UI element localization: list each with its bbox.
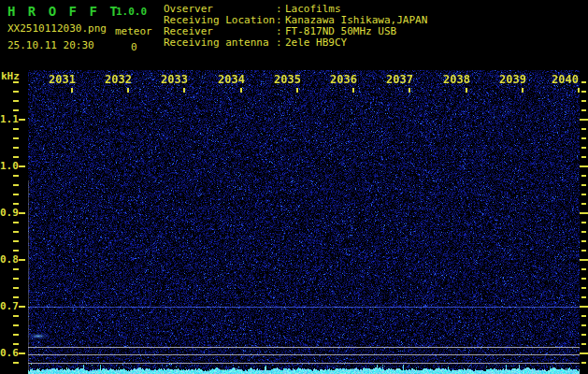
info-label: Receiving antenna <box>164 37 276 49</box>
start-marker-line <box>28 180 29 374</box>
axis-tick <box>13 324 19 326</box>
axis-tick <box>13 296 19 298</box>
calibration-line <box>28 347 580 348</box>
axis-tick <box>581 268 586 270</box>
axis-tick <box>581 324 586 326</box>
axis-tick <box>127 88 129 93</box>
axis-tick <box>581 175 586 177</box>
app-version: 1.0.0 <box>116 6 147 18</box>
axis-tick <box>581 203 586 205</box>
time-axis-label: 2035 <box>269 73 301 86</box>
meteor-label: meteor <box>115 25 152 37</box>
axis-tick <box>13 184 19 186</box>
axis-tick <box>13 147 19 149</box>
axis-tick <box>13 100 19 102</box>
axis-tick <box>13 137 19 139</box>
axis-tick <box>13 362 19 364</box>
axis-tick <box>581 231 586 233</box>
axis-tick <box>581 287 586 289</box>
axis-tick <box>580 119 588 121</box>
axis-tick <box>578 88 580 93</box>
meteor-count: 0 <box>131 41 137 53</box>
axis-tick <box>13 343 19 345</box>
station-info-row: Receiving antenna:2ele HB9CY <box>164 37 427 49</box>
axis-tick <box>19 306 25 308</box>
time-axis-label: 2038 <box>438 73 470 86</box>
time-axis-label: 2031 <box>44 73 76 86</box>
axis-tick <box>581 278 586 280</box>
axis-tick <box>19 352 25 354</box>
time-axis-label: 2036 <box>325 73 357 86</box>
axis-tick <box>13 231 19 233</box>
axis-tick <box>13 81 19 83</box>
axis-tick <box>296 88 298 93</box>
info-separator: : <box>276 37 285 49</box>
observation-datetime: 25.10.11 20:30 <box>7 39 94 51</box>
spectrogram-canvas <box>28 70 580 374</box>
axis-tick <box>13 222 19 223</box>
axis-tick <box>580 259 588 261</box>
axis-tick <box>581 250 586 252</box>
station-info: Ovserver:Lacofilms Receiving Location:Ka… <box>164 4 427 49</box>
axis-tick <box>71 88 73 93</box>
axis-tick <box>13 240 19 242</box>
axis-tick <box>13 91 19 93</box>
info-value: 2ele HB9CY <box>285 37 347 49</box>
axis-tick <box>581 91 586 93</box>
time-axis-label: 2039 <box>495 73 526 86</box>
freq-axis-label: 0.6 <box>0 347 18 359</box>
axis-tick <box>13 175 19 177</box>
axis-tick <box>581 222 586 223</box>
axis-tick <box>581 194 586 195</box>
axis-tick <box>580 212 588 214</box>
freq-axis-label: 0.7 <box>0 300 18 312</box>
freq-axis-label: 1.0 <box>0 160 18 172</box>
axis-tick <box>581 184 586 186</box>
axis-tick <box>19 165 25 167</box>
axis-tick <box>581 81 586 83</box>
app-title: H R O F F T <box>7 4 120 19</box>
axis-tick <box>522 88 523 93</box>
calibration-line <box>28 354 580 355</box>
time-axis-label: 2040 <box>547 73 579 86</box>
axis-tick <box>580 352 588 354</box>
axis-tick <box>13 250 19 252</box>
axis-tick <box>581 334 586 336</box>
freq-axis-label: 1.1 <box>0 113 18 125</box>
echo-blob <box>26 333 50 339</box>
axis-tick <box>580 306 588 308</box>
carrier-line <box>28 307 580 308</box>
axis-tick <box>19 119 25 121</box>
axis-tick <box>19 212 25 214</box>
freq-axis-label: 0.9 <box>0 207 18 219</box>
axis-tick <box>409 88 410 93</box>
axis-tick <box>581 362 586 364</box>
axis-tick <box>19 259 25 261</box>
axis-tick <box>13 278 19 280</box>
axis-tick <box>13 109 19 111</box>
axis-tick <box>581 156 586 158</box>
time-axis-label: 2033 <box>156 73 188 86</box>
axis-tick <box>581 240 586 242</box>
hrofft-screen: H R O F F T 1.0.0 XX2510112030.png meteo… <box>0 0 588 374</box>
axis-tick <box>13 287 19 289</box>
axis-tick <box>13 194 19 195</box>
freq-axis-label: 0.8 <box>0 253 18 266</box>
axis-tick <box>581 296 586 298</box>
time-axis-label: 2037 <box>381 73 413 86</box>
calibration-line <box>28 363 580 364</box>
axis-tick <box>580 165 588 167</box>
axis-tick <box>13 268 19 270</box>
axis-tick <box>581 343 586 345</box>
axis-tick <box>240 88 242 93</box>
axis-tick <box>13 128 19 130</box>
axis-tick <box>13 203 19 205</box>
axis-tick <box>581 137 586 139</box>
time-axis-label: 2032 <box>100 73 132 86</box>
time-axis-label: 2034 <box>213 73 245 86</box>
axis-tick <box>466 88 467 93</box>
axis-tick <box>581 315 586 317</box>
axis-tick <box>581 147 586 149</box>
axis-tick <box>13 315 19 317</box>
axis-tick <box>183 88 185 93</box>
